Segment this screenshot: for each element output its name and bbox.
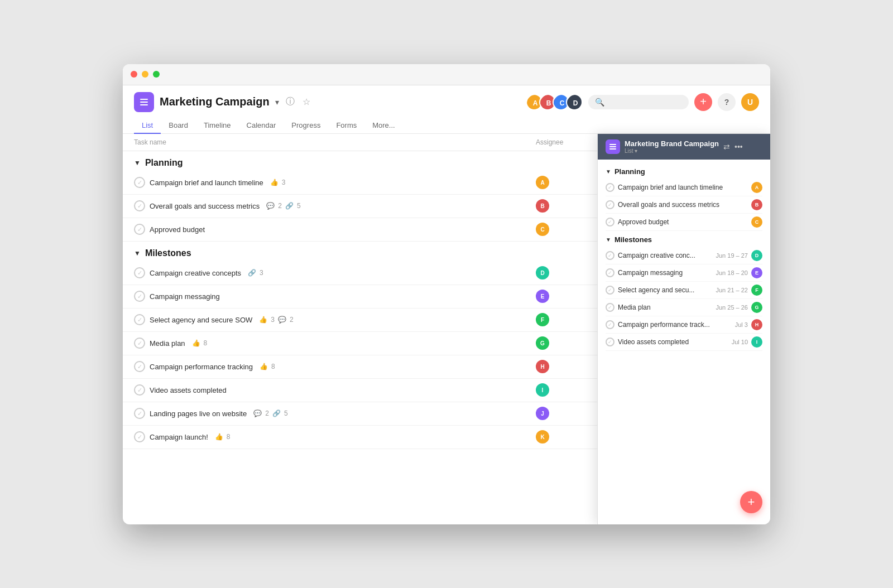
- task-name-cell: ✓ Landing pages live on website 💬 2 🔗 5: [134, 408, 536, 419]
- avatar: I: [751, 336, 762, 348]
- task-check[interactable]: ✓: [134, 384, 145, 396]
- planning-title: Planning: [145, 158, 183, 168]
- search-bar[interactable]: 🔍: [588, 95, 689, 109]
- popup-date: Jun 18 – 20: [716, 269, 748, 276]
- thumbs-up-icon: 👍: [259, 316, 267, 324]
- popup-list-label: List ▾: [625, 148, 719, 154]
- avatar-stack: A B C D: [526, 94, 583, 110]
- avatar: F: [751, 285, 762, 296]
- planning-chevron-icon[interactable]: ▼: [134, 159, 141, 167]
- task-check[interactable]: ✓: [134, 291, 145, 302]
- list-item: ✓ Video assets completed Jul 10 I: [606, 334, 762, 351]
- popup-check[interactable]: ✓: [606, 338, 614, 346]
- task-check[interactable]: ✓: [134, 314, 145, 325]
- star-icon[interactable]: ☆: [301, 95, 311, 108]
- list-item: ✓ Approved budget C: [606, 214, 762, 231]
- nav-tabs: List Board Timeline Calendar Progress Fo…: [134, 118, 759, 133]
- avatar: E: [536, 290, 549, 303]
- col-task-name: Task name: [134, 138, 536, 146]
- avatar: A: [536, 176, 549, 189]
- milestones-chevron-icon[interactable]: ▼: [134, 249, 141, 257]
- popup-milestones-chevron[interactable]: ▼: [606, 237, 611, 243]
- popup-panel: Marketing Brand Campaign List ▾ ⇄ ••• ▼ …: [597, 134, 770, 524]
- filter-icon[interactable]: ⇄: [723, 142, 730, 151]
- info-icon[interactable]: ⓘ: [285, 95, 296, 109]
- assignee-cell: J: [536, 407, 603, 420]
- avatar: D: [536, 266, 549, 279]
- project-chevron-icon[interactable]: ▾: [275, 98, 279, 107]
- popup-check[interactable]: ✓: [606, 320, 614, 329]
- popup-check[interactable]: ✓: [606, 218, 614, 226]
- popup-body: ▼ Planning ✓ Campaign brief and launch t…: [598, 160, 770, 356]
- fab-add-button[interactable]: +: [740, 491, 762, 513]
- popup-task-name: Campaign brief and launch timeline: [618, 184, 748, 191]
- task-name: Campaign messaging: [150, 292, 220, 301]
- thumbs-up-icon: 👍: [270, 179, 279, 186]
- maximize-dot[interactable]: [153, 71, 160, 78]
- popup-planning-chevron[interactable]: ▼: [606, 168, 611, 175]
- meta-count: 3: [260, 269, 263, 277]
- header-right: A B C D 🔍 + ?: [526, 93, 759, 111]
- task-name: Approved budget: [150, 225, 205, 234]
- tab-calendar[interactable]: Calendar: [239, 118, 284, 134]
- popup-task-name: Overall goals and success metrics: [618, 201, 748, 209]
- list-item: ✓ Campaign performance track... Jul 3 H: [606, 316, 762, 334]
- user-avatar[interactable]: U: [741, 93, 759, 111]
- task-name-cell: ✓ Media plan 👍 8: [134, 338, 536, 349]
- popup-task-name: Campaign performance track...: [618, 321, 732, 329]
- help-button[interactable]: ?: [718, 93, 736, 111]
- task-name: Campaign creative concepts: [150, 269, 241, 277]
- tab-list[interactable]: List: [134, 118, 161, 134]
- task-name-cell: ✓ Campaign messaging: [134, 291, 536, 302]
- task-check[interactable]: ✓: [134, 177, 145, 188]
- close-dot[interactable]: [131, 71, 137, 78]
- search-input[interactable]: [608, 98, 675, 106]
- tab-timeline[interactable]: Timeline: [196, 118, 239, 134]
- thumbs-up-icon: 👍: [192, 339, 200, 347]
- more-icon[interactable]: •••: [734, 142, 743, 151]
- list-item: ✓ Campaign messaging Jun 18 – 20 E: [606, 264, 762, 282]
- assignee-cell: H: [536, 360, 603, 373]
- assignee-cell: A: [536, 176, 603, 189]
- avatar: A: [751, 182, 762, 193]
- task-meta: 👍 3: [270, 179, 286, 186]
- meta-count-2: 5: [297, 202, 301, 210]
- meta-count: 3: [271, 316, 275, 324]
- minimize-dot[interactable]: [142, 71, 148, 78]
- task-check[interactable]: ✓: [134, 224, 145, 235]
- assignee-cell: G: [536, 336, 603, 350]
- task-check[interactable]: ✓: [134, 267, 145, 278]
- avatar: D: [751, 250, 762, 261]
- task-name-cell: ✓ Campaign launch! 👍 8: [134, 431, 536, 442]
- popup-header: Marketing Brand Campaign List ▾ ⇄ •••: [598, 134, 770, 160]
- app-icon: [134, 92, 154, 112]
- svg-rect-2: [140, 104, 148, 105]
- add-button[interactable]: +: [694, 93, 712, 111]
- comment-icon: 💬: [253, 409, 262, 417]
- popup-check[interactable]: ✓: [606, 268, 614, 277]
- popup-check[interactable]: ✓: [606, 183, 614, 192]
- tab-more[interactable]: More...: [364, 118, 402, 134]
- task-name-cell: ✓ Campaign creative concepts 🔗 3: [134, 267, 536, 278]
- task-check[interactable]: ✓: [134, 338, 145, 349]
- avatar: I: [536, 383, 549, 397]
- assignee-cell: I: [536, 383, 603, 397]
- link-icon: 🔗: [272, 409, 281, 417]
- popup-check[interactable]: ✓: [606, 286, 614, 295]
- task-name-cell: ✓ Overall goals and success metrics 💬 2 …: [134, 200, 536, 211]
- avatar: B: [536, 199, 549, 213]
- avatar: F: [536, 313, 549, 326]
- task-check[interactable]: ✓: [134, 200, 145, 211]
- tab-forms[interactable]: Forms: [328, 118, 364, 134]
- tab-board[interactable]: Board: [161, 118, 196, 134]
- task-check[interactable]: ✓: [134, 431, 145, 442]
- task-meta: 👍 8: [192, 339, 208, 347]
- popup-check[interactable]: ✓: [606, 303, 614, 312]
- title-bar: [123, 64, 770, 85]
- task-check[interactable]: ✓: [134, 361, 145, 372]
- popup-check[interactable]: ✓: [606, 251, 614, 260]
- tab-progress[interactable]: Progress: [284, 118, 328, 134]
- meta-count: 8: [271, 363, 275, 370]
- task-check[interactable]: ✓: [134, 408, 145, 419]
- popup-check[interactable]: ✓: [606, 200, 614, 209]
